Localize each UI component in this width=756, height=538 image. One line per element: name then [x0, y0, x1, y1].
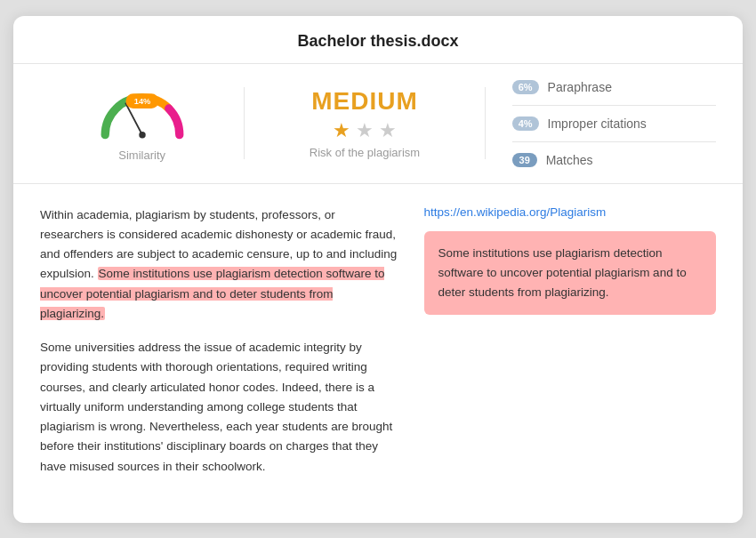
citations-label: Improper citations	[548, 116, 647, 131]
paraphrase-label: Paraphrase	[548, 80, 612, 94]
matches-label: Matches	[546, 153, 593, 167]
risk-label: Risk of the plagiarism	[310, 146, 420, 159]
risk-stars: ★ ★ ★	[333, 119, 397, 142]
main-paragraph-1: Within academia, plagiarism by students,…	[40, 205, 398, 325]
main-paragraph-2: Some universities address the issue of a…	[40, 338, 398, 477]
svg-text:14%: 14%	[133, 96, 150, 105]
gauge-svg: 14%	[89, 85, 196, 143]
stat-divider-1	[512, 105, 716, 106]
star-empty-1: ★	[356, 119, 374, 141]
stats-section: 6% Paraphrase 4% Improper citations 39 M…	[486, 80, 716, 167]
risk-section: MEDIUM ★ ★ ★ Risk of the plagiarism	[244, 87, 485, 159]
similarity-section: 14% Similarity	[40, 85, 244, 162]
stat-row-matches: 39 Matches	[512, 153, 716, 167]
main-card: Bachelor thesis.docx 1	[13, 16, 743, 523]
stat-divider-2	[512, 141, 716, 142]
risk-level: MEDIUM	[311, 87, 418, 116]
matches-badge: 39	[512, 153, 537, 167]
gauge-container: 14%	[89, 85, 196, 143]
star-filled-1: ★	[333, 119, 350, 141]
star-empty-2: ★	[379, 119, 397, 141]
similarity-label: Similarity	[118, 149, 165, 162]
content-area: Within academia, plagiarism by students,…	[13, 184, 743, 516]
stat-row-citations: 4% Improper citations	[512, 116, 716, 131]
side-panel: https://en.wikipedia.org/Plagiarism Some…	[424, 205, 717, 491]
card-header: Bachelor thesis.docx	[13, 16, 743, 64]
paraphrase-badge: 6%	[512, 80, 539, 94]
wikipedia-link[interactable]: https://en.wikipedia.org/Plagiarism	[424, 205, 717, 219]
main-text-block: Within academia, plagiarism by students,…	[40, 205, 398, 491]
svg-point-1	[139, 132, 145, 138]
side-highlight-text: Some institutions use plagiarism detecti…	[438, 246, 687, 300]
side-highlight-box: Some institutions use plagiarism detecti…	[424, 231, 717, 316]
stat-row-paraphrase: 6% Paraphrase	[512, 80, 716, 94]
citations-badge: 4%	[512, 116, 539, 131]
metrics-row: 14% Similarity MEDIUM ★ ★ ★ Risk of the …	[13, 64, 743, 184]
document-title: Bachelor thesis.docx	[297, 32, 458, 50]
